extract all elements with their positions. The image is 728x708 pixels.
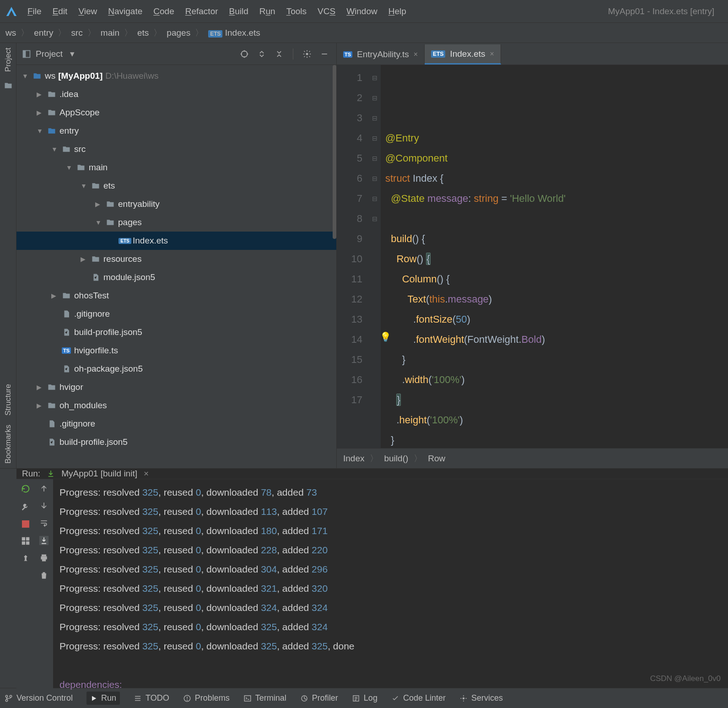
tree-item[interactable]: ▶.idea xyxy=(16,85,336,103)
breadcrumb-item[interactable]: entry xyxy=(34,28,53,38)
menu-code[interactable]: Code xyxy=(153,6,174,16)
statusbar-run[interactable]: Run xyxy=(86,692,120,705)
code-breadcrumb-item[interactable]: Index xyxy=(343,454,364,464)
dropdown-icon[interactable]: ▾ xyxy=(70,49,75,59)
intention-bulb-icon[interactable]: 💡 xyxy=(380,327,391,347)
svg-rect-13 xyxy=(42,555,46,557)
folder-icon[interactable] xyxy=(4,81,13,90)
locate-icon[interactable] xyxy=(238,48,251,60)
tree-item[interactable]: ▶entryability xyxy=(16,195,336,213)
svg-point-16 xyxy=(5,695,8,697)
menu-window[interactable]: Window xyxy=(346,6,377,16)
editor-tab[interactable]: ETSIndex.ets× xyxy=(425,44,501,65)
breadcrumb-item[interactable]: pages xyxy=(167,28,190,38)
tree-item[interactable]: ETSIndex.ets xyxy=(16,232,336,250)
tool-project[interactable]: Project xyxy=(4,48,13,72)
hide-icon[interactable] xyxy=(318,48,331,60)
run-config-name[interactable]: MyApp01 [build init] xyxy=(61,469,137,479)
tree-item[interactable]: .gitignore xyxy=(16,305,336,323)
menu-vcs[interactable]: VCS xyxy=(318,6,335,16)
menu-run[interactable]: Run xyxy=(259,6,275,16)
code-content[interactable]: 💡 @Entry@Componentstruct Index { @State … xyxy=(381,65,728,448)
tool-bookmarks[interactable]: Bookmarks xyxy=(4,425,13,464)
tree-item[interactable]: ▶resources xyxy=(16,250,336,268)
breadcrumb-item[interactable]: ws xyxy=(5,28,16,38)
tree-item[interactable]: ▼pages xyxy=(16,213,336,232)
tree-item[interactable]: ▶ohosTest xyxy=(16,286,336,305)
close-tab-icon[interactable]: × xyxy=(414,50,418,59)
project-panel-title[interactable]: Project xyxy=(36,49,63,59)
scroll-to-end-icon[interactable] xyxy=(39,536,49,545)
menu-navigate[interactable]: Navigate xyxy=(108,6,142,16)
menu-edit[interactable]: Edit xyxy=(53,6,68,16)
trash-icon[interactable] xyxy=(39,571,49,580)
settings-icon[interactable] xyxy=(301,48,313,60)
tree-item[interactable]: ▶hvigor xyxy=(16,378,336,396)
project-view-icon[interactable] xyxy=(22,49,31,59)
statusbar-services[interactable]: Services xyxy=(459,693,503,703)
breadcrumb-item[interactable]: ETS Index.ets xyxy=(208,28,260,38)
code-editor[interactable]: 1234567891011121314151617 ⊟⊟⊟⊟⊟⊟⊟⊟ 💡 @En… xyxy=(337,65,728,448)
download-icon[interactable] xyxy=(47,470,55,478)
breadcrumb-item[interactable]: main xyxy=(101,28,119,38)
menu-refactor[interactable]: Refactor xyxy=(185,6,218,16)
svg-rect-15 xyxy=(42,559,46,562)
breadcrumb-item[interactable]: ets xyxy=(137,28,149,38)
code-breadcrumb-item[interactable]: Row xyxy=(428,454,445,464)
stop-icon[interactable] xyxy=(22,520,29,528)
tree-item[interactable]: TShvigorfile.ts xyxy=(16,341,336,360)
tree-item[interactable]: ▶AppScope xyxy=(16,103,336,122)
statusbar-code-linter[interactable]: Code Linter xyxy=(391,693,446,703)
tree-item[interactable]: oh-package.json5 xyxy=(16,360,336,378)
up-arrow-icon[interactable] xyxy=(39,484,49,493)
run-toolbar-right xyxy=(35,479,53,698)
fold-gutter[interactable]: ⊟⊟⊟⊟⊟⊟⊟⊟ xyxy=(369,65,381,448)
tree-item[interactable]: ▶oh_modules xyxy=(16,396,336,415)
layout-icon[interactable] xyxy=(21,536,31,546)
project-tree[interactable]: ▼ws [MyApp01] D:\Huawei\ws▶.idea▶AppScop… xyxy=(16,65,336,468)
breadcrumb-item[interactable]: src xyxy=(71,28,82,38)
statusbar-profiler[interactable]: Profiler xyxy=(300,693,338,703)
pin-icon[interactable] xyxy=(21,554,31,564)
close-tab-icon[interactable]: × xyxy=(490,50,494,58)
run-header: Run: MyApp01 [build init] × xyxy=(16,469,728,479)
tree-item[interactable]: ▼ets xyxy=(16,177,336,195)
statusbar-log[interactable]: Log xyxy=(352,693,377,703)
menu-tools[interactable]: Tools xyxy=(286,6,307,16)
menu-build[interactable]: Build xyxy=(229,6,248,16)
tree-item[interactable]: ▼ws [MyApp01] D:\Huawei\ws xyxy=(16,67,336,85)
down-arrow-icon[interactable] xyxy=(39,501,49,510)
rerun-icon[interactable] xyxy=(21,484,31,494)
tree-item[interactable]: module.json5 xyxy=(16,268,336,286)
menu-view[interactable]: View xyxy=(78,6,97,16)
tree-item[interactable]: ▼entry xyxy=(16,122,336,140)
statusbar-todo[interactable]: TODO xyxy=(134,693,169,703)
code-breadcrumb-item[interactable]: build() xyxy=(384,454,408,464)
tree-item[interactable]: ▼main xyxy=(16,158,336,177)
editor-tabs: TSEntryAbility.ts×ETSIndex.ets× xyxy=(337,43,728,65)
tree-item[interactable]: build-profile.json5 xyxy=(16,433,336,451)
run-console[interactable]: Progress: resolved 325, reused 0, downlo… xyxy=(53,479,728,698)
svg-point-7 xyxy=(306,53,308,55)
tree-item[interactable]: build-profile.json5 xyxy=(16,323,336,341)
tree-item[interactable]: ▼src xyxy=(16,140,336,158)
expand-all-icon[interactable] xyxy=(255,48,268,60)
menu-help[interactable]: Help xyxy=(388,6,406,16)
watermark: CSDN @Aileen_0v0 xyxy=(650,674,721,683)
tree-item[interactable]: .gitignore xyxy=(16,415,336,433)
statusbar-terminal[interactable]: Terminal xyxy=(243,693,286,703)
statusbar-version-control[interactable]: Version Control xyxy=(5,693,73,703)
print-icon[interactable] xyxy=(39,553,49,562)
editor-tab[interactable]: TSEntryAbility.ts× xyxy=(337,44,425,65)
tool-structure[interactable]: Structure xyxy=(4,384,13,416)
svg-point-18 xyxy=(10,695,12,697)
line-number-gutter: 1234567891011121314151617 xyxy=(337,65,369,448)
wrench-icon[interactable] xyxy=(21,502,31,512)
left-tool-gutter: Project Structure Bookmarks xyxy=(0,43,16,468)
soft-wrap-icon[interactable] xyxy=(39,519,49,528)
statusbar-problems[interactable]: Problems xyxy=(183,693,230,703)
collapse-all-icon[interactable] xyxy=(273,48,286,60)
close-run-tab-icon[interactable]: × xyxy=(144,469,149,479)
scrollbar[interactable] xyxy=(333,65,336,239)
menu-file[interactable]: File xyxy=(27,6,42,16)
